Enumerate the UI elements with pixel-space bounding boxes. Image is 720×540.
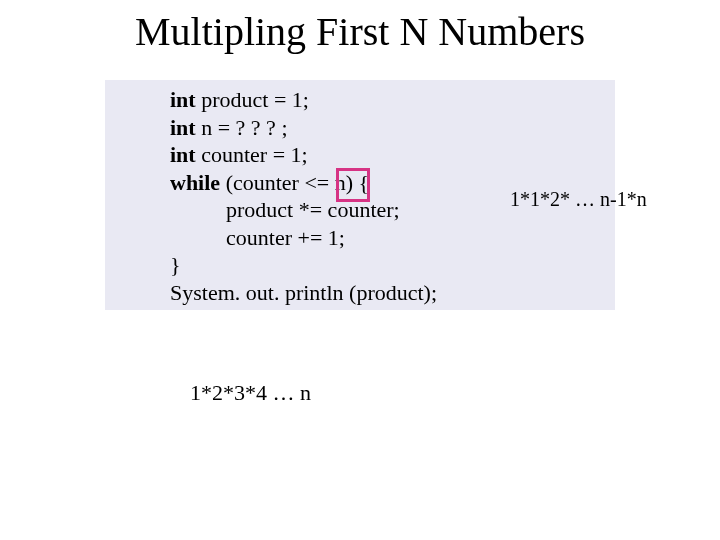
slide-title: Multipling First N Numbers: [0, 8, 720, 55]
code-line-8: System. out. println (product);: [170, 279, 605, 307]
code-text: (counter <= n) {: [220, 170, 369, 195]
keyword-int: int: [170, 87, 196, 112]
code-line-1: int product = 1;: [170, 86, 605, 114]
code-text: n = ? ? ? ;: [196, 115, 288, 140]
code-text: product *= counter;: [226, 197, 400, 222]
slide: Multipling First N Numbers int product =…: [0, 0, 720, 540]
code-line-2: int n = ? ? ? ;: [170, 114, 605, 142]
code-line-6: counter += 1;: [170, 224, 605, 252]
code-text: System. out. println (product);: [170, 280, 437, 305]
keyword-int: int: [170, 115, 196, 140]
code-text: product = 1;: [196, 87, 309, 112]
code-line-7: }: [170, 251, 605, 279]
annotation-right: 1*1*2* … n-1*n: [510, 188, 647, 211]
code-line-3: int counter = 1;: [170, 141, 605, 169]
keyword-int: int: [170, 142, 196, 167]
keyword-while: while: [170, 170, 220, 195]
code-text: counter += 1;: [226, 225, 345, 250]
code-text: }: [170, 252, 181, 277]
annotation-bottom: 1*2*3*4 … n: [190, 380, 311, 406]
code-text: counter = 1;: [196, 142, 308, 167]
